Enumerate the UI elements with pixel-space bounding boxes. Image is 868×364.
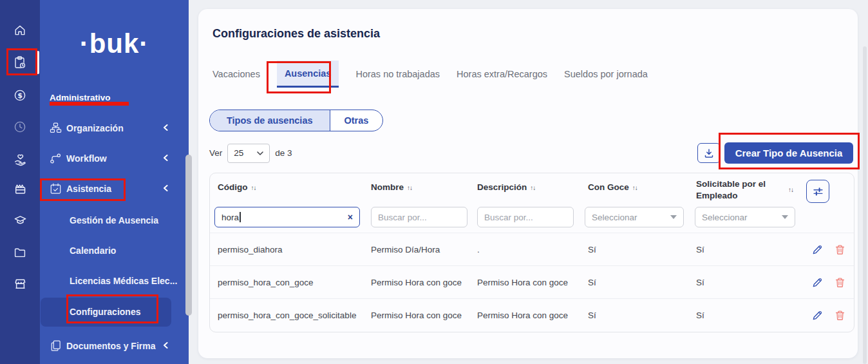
tab-horas-no-trabajadas[interactable]: Horas no trabajadas bbox=[355, 61, 440, 88]
org-chart-icon bbox=[50, 122, 62, 135]
tab-sueldos-por-jornada[interactable]: Sueldos por jornada bbox=[564, 61, 648, 88]
sidebar-item-gestion-de-ausencia[interactable]: Gestión de Ausencia bbox=[40, 209, 189, 231]
chevron-left-icon[interactable] bbox=[162, 340, 169, 352]
column-header-codigo[interactable]: Código↑↓ bbox=[218, 182, 256, 192]
benefits-hand-heart-icon[interactable] bbox=[12, 151, 28, 167]
cell-con-goce: Sí bbox=[588, 233, 596, 266]
sidebar-section-label: Administrativo bbox=[50, 93, 111, 102]
download-button[interactable] bbox=[697, 143, 721, 163]
edit-pencil-icon[interactable] bbox=[812, 310, 824, 321]
sidebar-item-label: Organización bbox=[66, 123, 124, 133]
create-tipo-ausencia-button[interactable]: Crear Tipo de Ausencia bbox=[724, 142, 853, 164]
tab-vacaciones[interactable]: Vacaciones bbox=[212, 61, 260, 88]
buk-logo[interactable]: ·buk· bbox=[40, 28, 189, 59]
main-card: Configuraciones de asistencia Vacaciones… bbox=[198, 9, 858, 358]
edit-pencil-icon[interactable] bbox=[812, 244, 824, 256]
calendar-check-icon bbox=[50, 183, 62, 195]
cell-nombre: Permiso Día/Hora bbox=[371, 233, 440, 266]
icon-rail: $ bbox=[0, 0, 40, 364]
column-header-solicitable[interactable]: Solicitable por el Empleado bbox=[696, 178, 781, 201]
cell-nombre: Permiso Hora con goce bbox=[371, 266, 462, 299]
cell-codigo: permiso_hora_con_goce_solicitable bbox=[218, 299, 356, 332]
rail-active-indicator bbox=[37, 51, 39, 74]
column-header-nombre[interactable]: Nombre↑↓ bbox=[371, 182, 412, 192]
sidebar: ·buk· Administrativo Organización Workfl… bbox=[40, 0, 189, 364]
page-size-select[interactable]: 25 bbox=[227, 144, 270, 163]
cell-nombre: Permiso Hora con goce bbox=[371, 299, 462, 332]
cell-descripcion: . bbox=[477, 233, 480, 266]
page-title: Configuraciones de asistencia bbox=[212, 27, 380, 41]
delete-trash-icon[interactable] bbox=[835, 244, 846, 256]
cell-descripcion: Permiso Hora con goce bbox=[477, 299, 568, 332]
chevron-down-icon bbox=[257, 151, 263, 155]
sidebar-item-label: Calendario bbox=[70, 245, 116, 256]
sliders-icon bbox=[813, 186, 824, 197]
con-goce-filter-select[interactable]: Seleccionar bbox=[585, 207, 684, 227]
sidebar-item-label: Gestión de Ausencia bbox=[70, 215, 158, 225]
marketplace-store-icon[interactable] bbox=[12, 276, 28, 291]
workflow-icon bbox=[50, 153, 62, 165]
sidebar-item-label: Workflow bbox=[66, 153, 107, 164]
table-row: permiso_diahora Permiso Día/Hora . Sí Sí bbox=[210, 233, 854, 266]
sidebar-item-asistencia[interactable]: Asistencia bbox=[40, 178, 189, 200]
sidebar-item-calendario[interactable]: Calendario bbox=[40, 240, 189, 262]
home-icon[interactable] bbox=[12, 23, 28, 38]
cell-codigo: permiso_hora_con_goce bbox=[218, 266, 314, 299]
sort-icon[interactable]: ↑↓ bbox=[530, 184, 535, 191]
codigo-filter-input[interactable]: hora × bbox=[214, 207, 360, 227]
clear-icon[interactable]: × bbox=[348, 212, 353, 222]
attendance-clipboard-icon[interactable] bbox=[12, 55, 28, 70]
sidebar-scrollbar-thumb[interactable] bbox=[185, 155, 192, 316]
sort-icon[interactable]: ↑↓ bbox=[251, 184, 256, 191]
chevron-left-icon[interactable] bbox=[162, 183, 169, 195]
sidebar-item-documentos-y-firma[interactable]: Documentos y Firma bbox=[40, 335, 189, 357]
time-clock-icon[interactable] bbox=[12, 119, 28, 135]
sidebar-item-label: Asistencia bbox=[66, 184, 111, 194]
nombre-filter-input[interactable] bbox=[371, 207, 467, 227]
caret-down-icon bbox=[782, 215, 788, 219]
chevron-left-icon[interactable] bbox=[162, 153, 169, 164]
cell-descripcion: Permiso Hora con goce bbox=[477, 266, 568, 299]
column-settings-button[interactable] bbox=[806, 180, 829, 203]
svg-text:$: $ bbox=[17, 91, 23, 100]
cell-solicitable: Sí bbox=[696, 233, 704, 266]
column-header-con-goce[interactable]: Con Goce↑↓ bbox=[588, 182, 637, 192]
tab-bar: Vacaciones Ausencias Horas no trabajadas… bbox=[212, 61, 648, 88]
delete-trash-icon[interactable] bbox=[835, 310, 846, 321]
tab-horas-extra-recargos[interactable]: Horas extra/Recargos bbox=[457, 61, 547, 88]
download-icon bbox=[704, 148, 714, 158]
caret-down-icon bbox=[670, 215, 677, 219]
sort-icon[interactable]: ↑↓ bbox=[632, 184, 637, 191]
tab-ausencias[interactable]: Ausencias bbox=[277, 61, 339, 88]
sidebar-item-workflow[interactable]: Workflow bbox=[40, 148, 189, 169]
sidebar-item-configuraciones[interactable]: Configuraciones bbox=[40, 301, 189, 323]
solicitable-filter-select[interactable]: Seleccionar bbox=[695, 207, 795, 227]
text-cursor bbox=[240, 212, 241, 222]
edit-pencil-icon[interactable] bbox=[812, 277, 824, 289]
payroll-dollar-icon[interactable]: $ bbox=[12, 88, 28, 103]
absence-types-table: Código↑↓ Nombre↑↓ Descripción↑↓ Con Goce… bbox=[209, 173, 854, 332]
chevron-left-icon[interactable] bbox=[162, 122, 169, 134]
page-scrollbar[interactable] bbox=[863, 46, 867, 364]
delete-trash-icon[interactable] bbox=[835, 277, 846, 289]
sidebar-item-licencias-medicas[interactable]: Licencias Médicas Elec... bbox=[40, 270, 189, 292]
toggle-otras[interactable]: Otras bbox=[330, 110, 383, 131]
total-count-label: de 3 bbox=[275, 148, 292, 158]
column-header-descripcion[interactable]: Descripción↑↓ bbox=[477, 182, 535, 192]
page-size-label: Ver bbox=[209, 148, 222, 158]
sort-icon[interactable]: ↑↓ bbox=[407, 184, 412, 191]
sidebar-item-label: Licencias Médicas Elec... bbox=[70, 276, 177, 286]
toggle-tipos-de-ausencias[interactable]: Tipos de ausencias bbox=[210, 110, 330, 131]
cell-codigo: permiso_diahora bbox=[218, 233, 283, 266]
table-row: permiso_hora_con_goce Permiso Hora con g… bbox=[210, 265, 854, 299]
documents-copy-icon bbox=[50, 340, 62, 352]
pagination-row: Ver 25 de 3 bbox=[209, 143, 292, 163]
descripcion-filter-input[interactable] bbox=[477, 207, 574, 227]
gifts-box-icon[interactable] bbox=[12, 180, 28, 196]
cell-con-goce: Sí bbox=[588, 266, 596, 299]
sidebar-item-organizacion[interactable]: Organización bbox=[40, 117, 189, 139]
cell-solicitable: Sí bbox=[696, 266, 704, 299]
sort-icon[interactable]: ↑↓ bbox=[788, 186, 793, 193]
training-graduation-icon[interactable] bbox=[12, 213, 28, 228]
files-folder-icon[interactable] bbox=[12, 245, 28, 260]
